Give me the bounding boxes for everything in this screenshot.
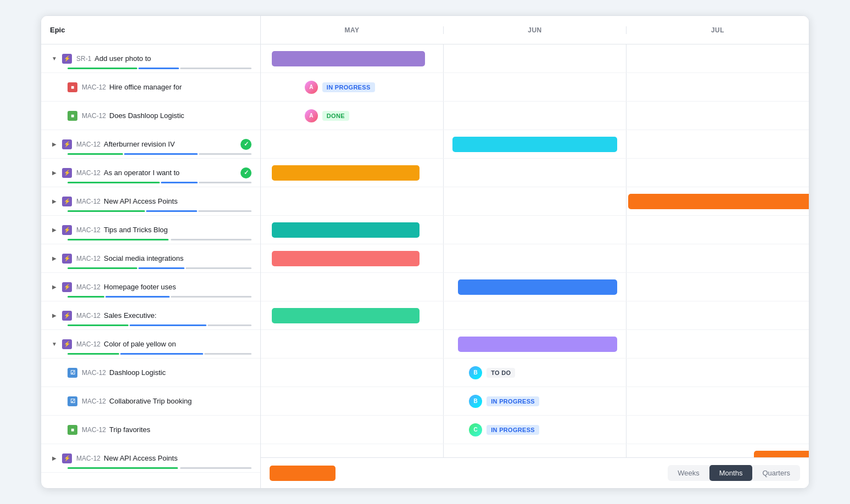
pb-gray-sales — [208, 324, 251, 326]
row-afterburner: ⚡ MAC-12 Afterburner revision IV — [41, 130, 260, 159]
pb-gray-social — [186, 267, 251, 269]
chevron-social[interactable] — [50, 254, 59, 263]
bar-operator[interactable] — [272, 165, 420, 181]
pb-blue-afterburner — [124, 153, 198, 155]
tab-quarters[interactable]: Quarters — [752, 465, 800, 481]
task-name-dashloop: Does Dashloop Logistic — [109, 111, 251, 120]
gantt-row-trip: B IN PROGRESS — [261, 387, 809, 416]
bar-afterburner[interactable] — [452, 137, 617, 152]
gantt-row-new-api — [261, 187, 809, 216]
pb-green-homepage — [68, 296, 104, 298]
chevron-sr1[interactable] — [50, 54, 59, 63]
progress-bars-operator — [68, 182, 251, 183]
row-new-api2: ⚡ MAC-12 New API Access Points — [41, 444, 260, 473]
pb-gray-homepage — [171, 296, 251, 298]
epic-icon-color-pale: ⚡ — [62, 339, 72, 349]
bar-homepage[interactable] — [458, 279, 617, 295]
timeline-header: MAY JUN JUL — [261, 16, 809, 44]
pb-blue-color-pale — [120, 353, 203, 355]
pb-green-sales — [68, 324, 128, 326]
gantt-row-color-pale — [261, 330, 809, 359]
badge-dashloop2: TO DO — [486, 368, 515, 378]
task-id-new-api: MAC-12 — [76, 198, 100, 205]
progress-bars-afterburner — [68, 153, 251, 155]
epic-icon-afterburner: ⚡ — [62, 139, 72, 149]
month-jun: JUN — [444, 26, 627, 34]
bar-social[interactable] — [272, 251, 420, 266]
gantt-row-tips — [261, 216, 809, 244]
task-id-dashloop: MAC-12 — [82, 112, 106, 120]
badge-trip-fav: IN PROGRESS — [486, 425, 539, 435]
bar-bottom-orange — [270, 466, 335, 481]
bar-color-pale[interactable] — [458, 337, 617, 352]
chevron-tips[interactable] — [50, 226, 59, 234]
pb-green-color-pale — [68, 353, 119, 355]
epic-icon-dashloop2: ☑ — [68, 368, 77, 378]
row-operator: ⚡ MAC-12 As an operator I want to — [41, 159, 260, 187]
chevron-new-api[interactable] — [50, 197, 59, 206]
avatar-hire: A — [305, 81, 318, 94]
avatar-trip: B — [469, 395, 482, 408]
chevron-homepage[interactable] — [50, 283, 59, 292]
row-social: ⚡ MAC-12 Social media integrations — [41, 244, 260, 273]
status-trip-fav: C IN PROGRESS — [469, 423, 539, 436]
chevron-sales[interactable] — [50, 311, 59, 320]
pb-gray-tips — [171, 239, 251, 240]
task-name-afterburner: Afterburner revision IV — [104, 140, 236, 148]
epic-icon-operator: ⚡ — [62, 168, 72, 178]
left-panel: Epic ⚡ SR-1 Add user photo to — [41, 16, 261, 488]
epic-icon-homepage: ⚡ — [62, 282, 72, 292]
tab-weeks[interactable]: Weeks — [668, 465, 709, 481]
gantt-row-afterburner — [261, 130, 809, 159]
pb-green-afterburner — [68, 153, 123, 155]
chevron-new-api2[interactable] — [50, 454, 59, 463]
progress-bars-new-api — [68, 210, 251, 212]
task-name-sales: Sales Executive: — [104, 311, 251, 320]
status-dashloop: A DONE — [305, 109, 349, 122]
gantt-row-dashloop2: B TO DO — [261, 359, 809, 387]
pb-gray-new-api — [198, 210, 251, 212]
status-trip: B IN PROGRESS — [469, 395, 539, 408]
row-sales: ⚡ MAC-12 Sales Executive: — [41, 301, 260, 330]
chevron-color-pale[interactable] — [50, 340, 59, 349]
gantt-row-homepage — [261, 273, 809, 301]
status-hire: A IN PROGRESS — [305, 81, 375, 94]
task-name-new-api2: New API Access Points — [104, 454, 251, 462]
bar-tips[interactable] — [272, 222, 420, 238]
month-may: MAY — [261, 26, 444, 34]
epic-icon-dashloop: ■ — [68, 111, 77, 121]
timeline-body: A IN PROGRESS A DONE — [261, 44, 809, 488]
epic-icon-social: ⚡ — [62, 254, 72, 264]
task-name-sr1: Add user photo to — [94, 54, 251, 63]
pb-gray-color-pale — [204, 353, 251, 355]
right-panel: MAY JUN JUL A IN — [261, 16, 809, 488]
epic-column-header: Epic — [50, 26, 65, 34]
bar-new-api[interactable] — [628, 194, 809, 209]
task-name-color-pale: Color of pale yellow on — [104, 340, 251, 348]
bottom-toolbar: Weeks Months Quarters — [261, 457, 809, 488]
row-trip: ☑ MAC-12 Collaborative Trip booking — [41, 387, 260, 416]
task-name-homepage: Homepage footer uses — [104, 283, 251, 291]
pb-gray-operator — [199, 182, 252, 183]
gantt-row-operator — [261, 159, 809, 187]
task-id-trip-fav: MAC-12 — [82, 426, 106, 434]
chevron-afterburner[interactable] — [50, 140, 59, 149]
bar-sr1[interactable] — [272, 51, 425, 66]
task-id-trip: MAC-12 — [82, 397, 106, 405]
bar-sales[interactable] — [272, 308, 420, 323]
gantt-row-hire: A IN PROGRESS — [261, 73, 809, 102]
month-jul: JUL — [627, 26, 809, 34]
task-id-operator: MAC-12 — [76, 169, 100, 177]
task-name-trip: Collaborative Trip booking — [109, 397, 251, 405]
pb-green-sr1 — [68, 68, 137, 69]
task-id-social: MAC-12 — [76, 255, 100, 262]
tab-months[interactable]: Months — [709, 465, 753, 481]
epic-icon-hire: ■ — [68, 82, 77, 92]
pb-gray-afterburner — [199, 153, 252, 155]
chevron-operator[interactable] — [50, 169, 59, 177]
task-id-homepage: MAC-12 — [76, 283, 100, 291]
task-name-dashloop2: Dashloop Logistic — [109, 368, 251, 377]
row-homepage: ⚡ MAC-12 Homepage footer uses — [41, 273, 260, 301]
gantt-row-trip-fav: C IN PROGRESS — [261, 416, 809, 444]
progress-bars-color-pale — [68, 353, 251, 355]
